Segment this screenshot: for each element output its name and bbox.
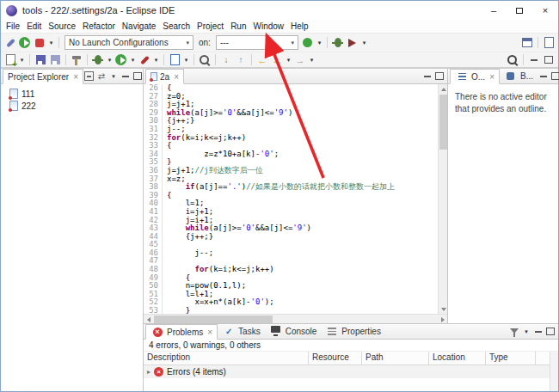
run-button[interactable] xyxy=(18,36,32,50)
back-chevron-icon[interactable] xyxy=(285,53,292,67)
minimize-panel-icon[interactable] xyxy=(532,326,544,338)
tab-o[interactable]: O...× xyxy=(450,69,500,84)
column-header-path[interactable]: Path xyxy=(362,352,429,364)
next-annotation-icon[interactable] xyxy=(219,53,233,67)
launch-target-combo[interactable]: ---▾ xyxy=(216,35,298,50)
scroll-up-icon[interactable] xyxy=(439,84,448,94)
build-all-icon[interactable] xyxy=(70,53,83,67)
back-icon[interactable] xyxy=(270,53,284,67)
run-as-chevron-icon[interactable] xyxy=(129,53,137,67)
new-class-chevron-icon[interactable] xyxy=(182,53,190,67)
expand-arrow-icon[interactable]: ▸ xyxy=(147,368,150,376)
maximize-panel-icon[interactable] xyxy=(132,70,144,83)
open-perspective-icon[interactable] xyxy=(520,36,534,50)
tree-item-111[interactable]: 111 xyxy=(1,88,143,100)
launch-configuration-combo[interactable]: No Launch Configurations▾ xyxy=(64,35,194,50)
code-editor[interactable]: 26{27z=0;28j=j+1;29while(a[j]>='0'&&a[j]… xyxy=(144,84,447,314)
launch-refresh-icon[interactable] xyxy=(301,36,315,50)
menu-item-source[interactable]: Source xyxy=(45,21,79,32)
close-button[interactable]: × xyxy=(532,1,558,20)
new-wizard-icon[interactable] xyxy=(3,53,17,67)
maximize-panel-icon[interactable] xyxy=(550,70,559,83)
tab-project-explorer[interactable]: Project Explorer × xyxy=(3,69,83,84)
view-menu-icon[interactable] xyxy=(520,326,532,338)
java-perspective-icon[interactable] xyxy=(542,36,556,50)
column-header-type[interactable]: Type xyxy=(486,352,536,364)
view-menu-icon[interactable] xyxy=(108,70,120,83)
tab-console[interactable]: Console xyxy=(265,323,322,339)
menu-item-run[interactable]: Run xyxy=(227,21,249,32)
column-header-resource[interactable]: Resource xyxy=(309,352,362,364)
minimize-panel-icon[interactable] xyxy=(421,70,433,83)
menu-item-navigate[interactable]: Navigate xyxy=(119,21,159,32)
last-edit-location-icon[interactable] xyxy=(255,53,269,67)
save-icon[interactable] xyxy=(34,53,47,67)
forward-icon[interactable] xyxy=(293,53,307,67)
menu-item-help[interactable]: Help xyxy=(287,21,312,32)
tab-b[interactable]: B... xyxy=(500,68,538,83)
column-header-location[interactable]: Location xyxy=(429,352,486,364)
menu-item-edit[interactable]: Edit xyxy=(23,21,45,32)
debug-button[interactable] xyxy=(331,36,345,50)
close-icon[interactable]: × xyxy=(174,72,179,82)
scrollbar-thumb[interactable] xyxy=(439,95,447,150)
tab-editor-2a[interactable]: 2a × xyxy=(145,69,184,84)
maximize-panel-icon[interactable] xyxy=(544,326,556,338)
scroll-down-icon[interactable] xyxy=(439,304,448,314)
close-icon[interactable]: × xyxy=(207,328,212,337)
launch-options-chevron-icon[interactable] xyxy=(316,36,323,50)
run-history-chevron-icon[interactable] xyxy=(47,36,55,50)
minimize-panel-icon[interactable] xyxy=(538,70,550,83)
column-header-description[interactable]: Description xyxy=(144,352,309,364)
coverage-chevron-icon[interactable] xyxy=(360,36,368,50)
tree-item-222[interactable]: 222 xyxy=(1,100,143,112)
horizontal-scrollbar[interactable] xyxy=(144,314,447,323)
close-icon[interactable]: × xyxy=(489,72,494,82)
toolbar-separator xyxy=(65,54,66,65)
menu-item-search[interactable]: Search xyxy=(159,21,194,32)
minimize-panel-icon[interactable] xyxy=(120,70,132,83)
minimize-toolbar-icon[interactable] xyxy=(527,53,541,67)
maximize-toolbar-icon[interactable] xyxy=(542,53,556,67)
forward-chevron-icon[interactable] xyxy=(308,53,316,67)
open-type-icon[interactable] xyxy=(198,53,212,67)
run-as-icon[interactable] xyxy=(114,53,128,67)
link-with-editor-icon[interactable] xyxy=(95,70,108,83)
external-tools-run-icon[interactable] xyxy=(138,53,151,67)
toolbar-left-group xyxy=(3,53,316,67)
errors-group-row[interactable]: ▸ × Errors (4 items) xyxy=(144,365,558,378)
close-icon[interactable]: × xyxy=(73,72,78,82)
debug-as-chevron-icon[interactable] xyxy=(106,53,114,67)
debug-as-icon[interactable] xyxy=(91,53,105,67)
toolbar-separator xyxy=(194,54,194,65)
tab-problems[interactable]: Problems× xyxy=(145,324,218,340)
filter-icon[interactable] xyxy=(508,326,520,338)
tab-properties[interactable]: Properties xyxy=(321,323,385,339)
minimize-button[interactable]: – xyxy=(481,1,507,20)
project-tree[interactable]: 111222 xyxy=(1,84,143,391)
scrollbar-thumb[interactable] xyxy=(154,315,273,323)
table-scrollbar[interactable] xyxy=(550,352,558,391)
collapse-all-icon[interactable] xyxy=(83,70,95,83)
maximize-panel-icon[interactable] xyxy=(433,70,445,83)
menu-item-project[interactable]: Project xyxy=(194,21,227,32)
file-icon xyxy=(9,101,18,111)
quick-access-search-icon[interactable] xyxy=(506,53,519,67)
tab-tasks[interactable]: Tasks xyxy=(218,323,265,339)
external-tools-chevron-icon[interactable] xyxy=(152,53,160,67)
save-all-icon[interactable] xyxy=(48,53,62,67)
menu-item-file[interactable]: File xyxy=(3,21,23,32)
coverage-button[interactable] xyxy=(346,36,359,50)
menu-item-window[interactable]: Window xyxy=(249,21,287,32)
toolbar-separator xyxy=(538,37,538,48)
vertical-scrollbar[interactable] xyxy=(438,84,447,314)
external-tools-icon[interactable] xyxy=(3,36,17,50)
maximize-button[interactable] xyxy=(507,1,532,20)
menu-item-refactor[interactable]: Refactor xyxy=(79,21,119,32)
prev-annotation-icon[interactable] xyxy=(234,53,248,67)
file-icon xyxy=(9,89,18,99)
new-wizard-chevron-icon[interactable] xyxy=(18,53,26,67)
code-area[interactable]: 26{27z=0;28j=j+1;29while(a[j]>='0'&&a[j]… xyxy=(144,84,438,314)
new-class-icon[interactable] xyxy=(168,53,181,67)
terminate-button[interactable] xyxy=(33,36,46,50)
